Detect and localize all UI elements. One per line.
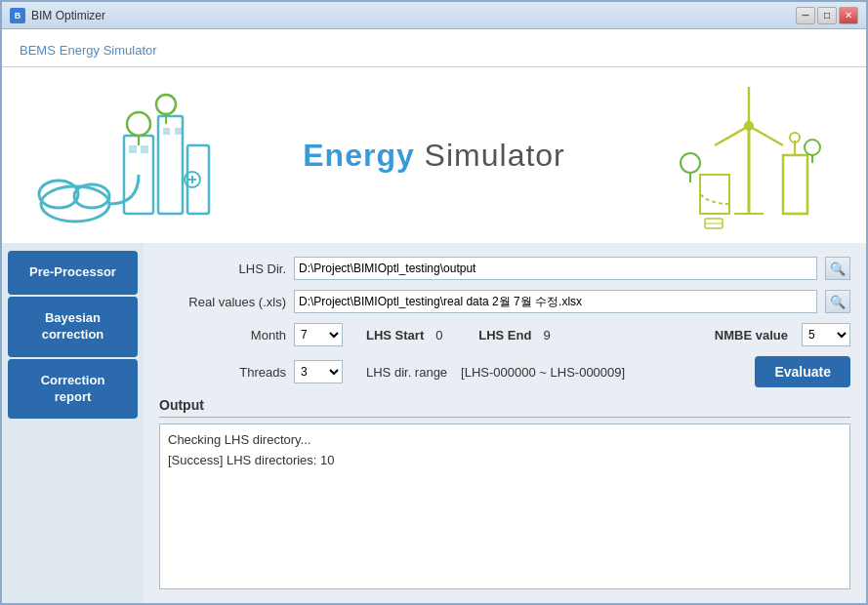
- app-header: BEMSEnergy Simulator: [2, 29, 866, 67]
- month-label: Month: [159, 328, 286, 343]
- threads-label: Threads: [159, 365, 286, 380]
- svg-line-20: [715, 126, 749, 145]
- lhs-start-label: LHS Start: [366, 328, 424, 343]
- nmbe-select[interactable]: 5: [802, 323, 850, 346]
- title-bar: B BIM Optimizer ─ □ ✕: [2, 2, 866, 29]
- threads-select[interactable]: 3: [294, 360, 343, 383]
- svg-rect-6: [129, 145, 137, 153]
- lhs-dir-row: LHS Dir. 🔍: [159, 257, 850, 280]
- nmbe-label: NMBE value: [715, 328, 788, 343]
- window-title: BIM Optimizer: [31, 9, 796, 22]
- sidebar: Pre-Processor Bayesian correction Correc…: [2, 243, 144, 603]
- month-select[interactable]: 7: [294, 323, 343, 346]
- pre-processor-button[interactable]: Pre-Processor: [8, 251, 138, 295]
- left-illustration: [21, 77, 236, 233]
- lhs-dir-label: LHS Dir.: [159, 262, 286, 276]
- hero-section: Energy Simulator: [2, 67, 866, 243]
- svg-point-29: [805, 140, 820, 155]
- main-content: Pre-Processor Bayesian correction Correc…: [2, 243, 866, 603]
- evaluate-button[interactable]: Evaluate: [755, 356, 850, 387]
- brand-bold: BEMS: [20, 43, 56, 58]
- threads-row: Threads 3 LHS dir. range [LHS-000000 ~ L…: [159, 356, 850, 387]
- svg-rect-9: [175, 128, 182, 135]
- lhs-dir-input[interactable]: [294, 257, 817, 280]
- lhs-range-label: LHS dir. range: [366, 365, 447, 380]
- real-values-row: Real values (.xls) 🔍: [159, 290, 850, 313]
- svg-point-10: [127, 112, 150, 136]
- main-window: B BIM Optimizer ─ □ ✕ BEMSEnergy Simulat…: [0, 0, 868, 605]
- bayesian-correction-button[interactable]: Bayesian correction: [8, 297, 138, 357]
- output-line-1: Checking LHS directory...: [168, 430, 842, 451]
- svg-rect-7: [141, 145, 148, 153]
- lhs-end-label: LHS End: [478, 328, 531, 343]
- hero-title-energy: Energy: [303, 138, 414, 173]
- right-illustration: [651, 77, 847, 233]
- hero-title-rest: Simulator: [415, 138, 565, 173]
- output-line-2: [Success] LHS directories: 10: [168, 451, 842, 471]
- window-controls: ─ □ ✕: [796, 7, 858, 24]
- real-values-input[interactable]: [294, 290, 817, 313]
- lhs-dir-browse-button[interactable]: 🔍: [825, 257, 850, 280]
- lhs-range-value: [LHS-000000 ~ LHS-000009]: [461, 365, 747, 380]
- svg-rect-26: [700, 175, 729, 214]
- output-section: Output Checking LHS directory... [Succes…: [159, 397, 850, 589]
- minimize-button[interactable]: ─: [796, 7, 815, 24]
- app-icon: B: [10, 8, 25, 23]
- svg-point-12: [156, 95, 176, 114]
- hero-title: Energy Simulator: [303, 138, 565, 174]
- brand: BEMSEnergy Simulator: [16, 35, 157, 60]
- svg-point-21: [744, 121, 754, 131]
- month-lhs-row: Month 7 LHS Start 0 LHS End 9 NMBE value…: [159, 323, 850, 346]
- output-box: Checking LHS directory... [Success] LHS …: [159, 424, 850, 589]
- main-panel: LHS Dir. 🔍 Real values (.xls) 🔍 Month 7 …: [144, 243, 866, 603]
- brand-light: Energy Simulator: [60, 43, 157, 58]
- svg-line-19: [749, 126, 783, 145]
- maximize-button[interactable]: □: [817, 7, 837, 24]
- svg-rect-23: [783, 155, 807, 214]
- correction-report-button[interactable]: Correction report: [8, 359, 138, 420]
- close-button[interactable]: ✕: [839, 7, 858, 24]
- real-values-browse-button[interactable]: 🔍: [825, 290, 850, 313]
- svg-rect-8: [163, 128, 170, 135]
- output-title: Output: [159, 397, 850, 418]
- real-values-label: Real values (.xls): [159, 295, 286, 309]
- lhs-end-value: 9: [543, 328, 706, 343]
- lhs-start-value: 0: [435, 328, 455, 343]
- svg-point-27: [681, 153, 700, 173]
